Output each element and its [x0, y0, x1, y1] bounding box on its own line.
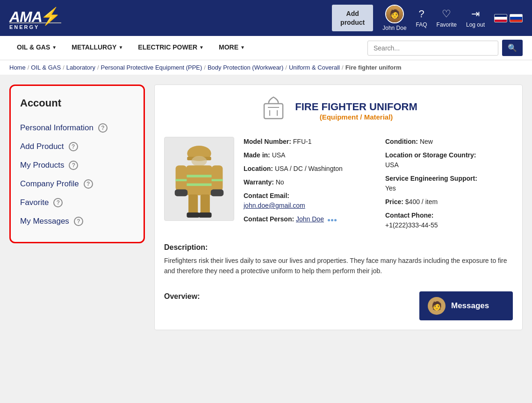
breadcrumb-ppe[interactable]: Personal Protective Equipment (PPE)	[101, 64, 202, 71]
product-subtitle: (Equipment / Material)	[295, 113, 417, 121]
description-text: Firefighters risk their lives daily to s…	[164, 255, 513, 276]
logo-ama-text: AMA	[9, 8, 42, 25]
made-in-value: USA	[272, 151, 286, 159]
product-title: FIRE FIGHTER UNIFORM	[295, 101, 417, 113]
svg-point-3	[192, 156, 207, 166]
location-row: Location: USA / DC / Washington	[244, 164, 371, 174]
sidebar-item-company-profile[interactable]: Company Profile ?	[20, 175, 134, 193]
flag-ru[interactable]	[510, 14, 523, 22]
product-body: Model Number: FFU-1 Made in: USA Locatio…	[164, 137, 513, 234]
svg-rect-0	[264, 104, 283, 119]
search-input[interactable]	[367, 41, 498, 56]
breadcrumb: Home / OIL & GAS / Laboratory / Personal…	[0, 60, 532, 75]
sidebar-my-products-label: My Products	[20, 161, 64, 170]
messages-avatar: 🧑	[428, 297, 446, 315]
sidebar-item-my-messages[interactable]: My Messages ?	[20, 212, 134, 231]
user-name-label: John Doe	[382, 25, 406, 31]
messages-label: Messages	[451, 301, 489, 311]
breadcrumb-sep-1: /	[28, 64, 29, 71]
product-title-block: FIRE FIGHTER UNIFORM (Equipment / Materi…	[295, 101, 417, 121]
svg-rect-11	[175, 189, 188, 196]
nav-metallurgy[interactable]: METALLURGY ▼	[64, 36, 130, 60]
nav-electric-power-label: ELECTRIC POWER	[138, 43, 197, 51]
sidebar-my-messages-help-icon[interactable]: ?	[74, 217, 83, 226]
svg-rect-12	[211, 189, 224, 196]
faq-button[interactable]: ? FAQ	[416, 8, 427, 28]
location-label: Location:	[244, 165, 273, 172]
favorite-button[interactable]: ♡ Favorite	[437, 8, 457, 28]
location-storage-value: USA	[385, 161, 399, 169]
svg-rect-16	[199, 212, 212, 218]
condition-label: Condition:	[385, 138, 418, 145]
sidebar-company-profile-label: Company Profile	[20, 179, 79, 189]
location-storage-row: Location or Storage Country: USA	[385, 150, 513, 170]
avatar: 🧑	[385, 5, 404, 23]
add-product-button[interactable]: Add product	[332, 5, 373, 31]
model-number-value: FFU-1	[293, 138, 312, 145]
sidebar-item-favorite[interactable]: Favorite ?	[20, 193, 134, 212]
contact-email-link[interactable]: john.doe@gmail.com	[244, 202, 305, 209]
sidebar-item-add-product[interactable]: Add Product ?	[20, 137, 134, 156]
sidebar-company-profile-help-icon[interactable]: ?	[84, 179, 93, 189]
contact-phone-value: +1(222)333-44-55	[385, 221, 438, 229]
detail-col-left: Model Number: FFU-1 Made in: USA Locatio…	[244, 137, 371, 234]
sidebar-my-messages-label: My Messages	[20, 217, 69, 226]
breadcrumb-oil-gas[interactable]: OIL & GAS	[31, 64, 61, 71]
main-content: Account Personal Information ? Add Produ…	[0, 75, 532, 339]
price-label: Price:	[385, 198, 403, 205]
nav-oil-gas-label: OIL & GAS	[17, 43, 50, 51]
nav-metallurgy-arrow: ▼	[118, 45, 123, 50]
warranty-row: Warranty: No	[244, 177, 371, 187]
flag-uk[interactable]	[494, 14, 507, 22]
faq-label: FAQ	[416, 21, 427, 28]
nav-oil-gas[interactable]: OIL & GAS ▼	[9, 36, 64, 60]
header-right: Add product 🧑 John Doe ? FAQ ♡ Favorite …	[332, 5, 523, 31]
sidebar-favorite-help-icon[interactable]: ?	[53, 198, 63, 207]
contact-phone-label: Contact Phone:	[385, 212, 433, 219]
breadcrumb-body-protection[interactable]: Body Protection (Workwear)	[208, 64, 283, 71]
product-details: Model Number: FFU-1 Made in: USA Locatio…	[244, 137, 513, 234]
breadcrumb-sep-6: /	[342, 64, 344, 71]
logout-button[interactable]: ⇥ Log out	[466, 8, 485, 28]
sidebar-personal-info-help-icon[interactable]: ?	[98, 123, 108, 133]
overview-title: Overview:	[164, 292, 200, 301]
sidebar-item-personal-information[interactable]: Personal Information ?	[20, 119, 134, 137]
nav-electric-power[interactable]: ELECTRIC POWER ▼	[130, 36, 211, 60]
sidebar-add-product-help-icon[interactable]: ?	[69, 142, 78, 151]
svg-rect-8	[212, 165, 223, 191]
sidebar-my-products-help-icon[interactable]: ?	[69, 161, 78, 170]
search-button[interactable]: 🔍	[502, 40, 523, 56]
made-in-row: Made in: USA	[244, 150, 371, 160]
logo[interactable]: AMA⚡ ENERGY	[9, 7, 61, 30]
nav-more-arrow: ▼	[240, 45, 245, 50]
user-profile[interactable]: 🧑 John Doe	[382, 5, 406, 31]
svg-rect-7	[176, 165, 187, 191]
model-number-label: Model Number:	[244, 138, 291, 145]
svg-rect-6	[187, 183, 212, 186]
price-row: Price: $400 / item	[385, 197, 513, 207]
contact-person-link[interactable]: John Doe	[296, 215, 324, 223]
breadcrumb-uniform-coverall[interactable]: Uniform & Coverall	[289, 64, 340, 71]
product-image	[164, 137, 234, 221]
breadcrumb-home[interactable]: Home	[9, 64, 26, 71]
contact-phone-row: Contact Phone: +1(222)333-44-55	[385, 211, 513, 230]
service-engineering-row: Service Engineering Support: Yes	[385, 174, 513, 193]
svg-rect-9	[176, 179, 187, 181]
breadcrumb-laboratory[interactable]: Laboratory	[66, 64, 95, 71]
price-value: $400 / item	[405, 198, 438, 205]
sidebar-personal-info-label: Personal Information	[20, 123, 93, 133]
messages-widget[interactable]: 🧑 Messages	[419, 291, 513, 320]
nav-oil-gas-arrow: ▼	[52, 45, 57, 50]
contact-person-row: Contact Person: John Doe	[244, 214, 371, 224]
svg-rect-15	[187, 212, 200, 218]
service-engineering-value: Yes	[385, 184, 396, 192]
sidebar-item-my-products[interactable]: My Products ?	[20, 156, 134, 175]
svg-rect-5	[187, 175, 212, 177]
nav-more[interactable]: MORE ▼	[211, 36, 252, 60]
warranty-value: No	[276, 178, 284, 186]
location-value: USA / DC / Washington	[275, 165, 343, 172]
heart-icon: ♡	[442, 8, 451, 20]
sidebar-add-product-label: Add Product	[20, 142, 64, 151]
language-selector	[494, 14, 523, 22]
favorite-label: Favorite	[437, 21, 457, 28]
